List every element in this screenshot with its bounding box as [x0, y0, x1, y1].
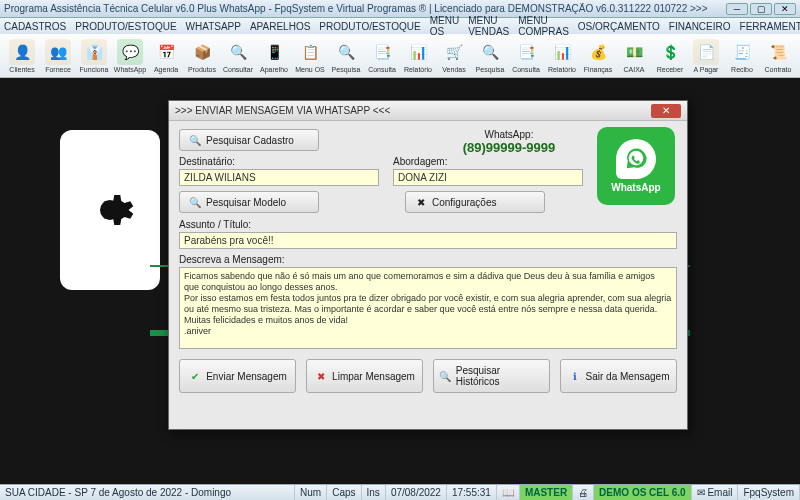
toolbar-icon: 📱	[261, 39, 287, 65]
dialog-close-button[interactable]: ✕	[651, 104, 681, 118]
toolbar-icon: 📦	[189, 39, 215, 65]
status-time: 17:55:31	[447, 485, 497, 500]
menu-produtoestoque2[interactable]: PRODUTO/ESTOQUE	[319, 21, 420, 32]
toolbar-icon: 📊	[405, 39, 431, 65]
toolbar-icon: 🧾	[729, 39, 755, 65]
toolbar-icon: 🛒	[441, 39, 467, 65]
dest-field[interactable]	[179, 169, 379, 186]
menubar: CADASTROS PRODUTO/ESTOQUE WHATSAPP APARE…	[0, 18, 800, 34]
abord-label: Abordagem:	[393, 156, 583, 167]
toolbar-icon: 💵	[621, 39, 647, 65]
menu-menuos[interactable]: MENU OS	[430, 15, 459, 37]
toolbar-icon: 📜	[765, 39, 791, 65]
whatsapp-number: (89)99999-9999	[449, 140, 569, 155]
toolbar-receber[interactable]: 💲Receber	[652, 36, 688, 75]
toolbar: 👤Clientes👥Fornece👔Funciona💬WhatsApp📅Agen…	[0, 34, 800, 78]
status-ins: Ins	[362, 485, 386, 500]
toolbar-consultar[interactable]: 🔍Consultar	[220, 36, 256, 75]
menu-financeiro[interactable]: FINANCEIRO	[669, 21, 731, 32]
toolbar-pesquisa[interactable]: 🔍Pesquisa	[472, 36, 508, 75]
toolbar-relatório[interactable]: 📊Relatório	[544, 36, 580, 75]
status-demo: DEMO OS CEL 6.0	[594, 485, 692, 500]
x-icon: ✖	[314, 369, 328, 383]
status-book-icon: 📖	[497, 485, 520, 500]
toolbar-fornece[interactable]: 👥Fornece	[40, 36, 76, 75]
search-icon: 🔍	[188, 195, 202, 209]
send-button[interactable]: ✔Enviar Mensagem	[179, 359, 296, 393]
toolbar-icon: 💬	[117, 39, 143, 65]
menu-menuvendas[interactable]: MENU VENDAS	[468, 15, 509, 37]
search-modelo-button[interactable]: 🔍 Pesquisar Modelo	[179, 191, 319, 213]
status-num: Num	[295, 485, 327, 500]
toolbar-clientes[interactable]: 👤Clientes	[4, 36, 40, 75]
toolbar-caixa[interactable]: 💵CAIXA	[616, 36, 652, 75]
toolbar-produtos[interactable]: 📦Produtos	[184, 36, 220, 75]
clear-button[interactable]: ✖Limpar Mensagem	[306, 359, 423, 393]
dialog-titlebar: >>> ENVIAR MENSAGEM VIA WHATSAPP <<< ✕	[169, 101, 687, 121]
toolbar-icon: 📑	[513, 39, 539, 65]
status-printer-icon: 🖨	[573, 485, 594, 500]
toolbar-whatsapp[interactable]: 💬WhatsApp	[112, 36, 148, 75]
dest-label: Destinatário:	[179, 156, 379, 167]
status-caps: Caps	[327, 485, 361, 500]
toolbar-consulta[interactable]: 📑Consulta	[364, 36, 400, 75]
toolbar-icon: 📅	[153, 39, 179, 65]
check-icon: ✔	[188, 369, 202, 383]
toolbar-icon: 👔	[81, 39, 107, 65]
search-icon: 🔍	[188, 133, 202, 147]
menu-cadastros[interactable]: CADASTROS	[4, 21, 66, 32]
menu-whatsapp[interactable]: WHATSAPP	[186, 21, 241, 32]
phone-gears-icon	[60, 130, 160, 290]
whatsapp-dialog: >>> ENVIAR MENSAGEM VIA WHATSAPP <<< ✕ W…	[168, 100, 688, 430]
message-textarea[interactable]: Ficamos sabendo que não é só mais um ano…	[179, 267, 677, 349]
status-brand: FpqSystem	[738, 485, 800, 500]
menu-menucompras[interactable]: MENU COMPRAS	[518, 15, 569, 37]
toolbar-vendas[interactable]: 🛒Vendas	[436, 36, 472, 75]
search-icon: 🔍	[438, 369, 452, 383]
minimize-button[interactable]: ─	[726, 3, 748, 15]
toolbar-pesquisa[interactable]: 🔍Pesquisa	[328, 36, 364, 75]
maximize-button[interactable]: ▢	[750, 3, 772, 15]
toolbar-icon: 👤	[9, 39, 35, 65]
status-email[interactable]: ✉ Email	[692, 485, 739, 500]
statusbar: SUA CIDADE - SP 7 de Agosto de 2022 - Do…	[0, 484, 800, 500]
info-icon: ℹ	[568, 369, 582, 383]
toolbar-icon: 💲	[657, 39, 683, 65]
config-button[interactable]: ✖ Configurações	[405, 191, 545, 213]
toolbar-icon: 📊	[549, 39, 575, 65]
abord-field[interactable]	[393, 169, 583, 186]
toolbar-relatório[interactable]: 📊Relatório	[400, 36, 436, 75]
toolbar-icon: 📄	[693, 39, 719, 65]
menu-ferramentas[interactable]: FERRAMENTAS	[740, 21, 800, 32]
close-button[interactable]: ✕	[774, 3, 796, 15]
toolbar-aparelho[interactable]: 📱Aparelho	[256, 36, 292, 75]
toolbar-consulta[interactable]: 📑Consulta	[508, 36, 544, 75]
assunto-label: Assunto / Título:	[179, 219, 677, 230]
toolbar-funciona[interactable]: 👔Funciona	[76, 36, 112, 75]
toolbar-menu os[interactable]: 📋Menu OS	[292, 36, 328, 75]
assunto-field[interactable]	[179, 232, 677, 249]
toolbar-a pagar[interactable]: 📄A Pagar	[688, 36, 724, 75]
toolbar-agenda[interactable]: 📅Agenda	[148, 36, 184, 75]
toolbar-icon: 🔍	[477, 39, 503, 65]
descreva-label: Descreva a Mensagem:	[179, 254, 677, 265]
menu-produtoestoque[interactable]: PRODUTO/ESTOQUE	[75, 21, 176, 32]
history-button[interactable]: 🔍Pesquisar Históricos	[433, 359, 550, 393]
toolbar-contrato[interactable]: 📜Contrato	[760, 36, 796, 75]
toolbar-icon: 📋	[297, 39, 323, 65]
toolbar-icon: 🔍	[333, 39, 359, 65]
toolbar-finanças[interactable]: 💰Finanças	[580, 36, 616, 75]
menu-aparelhos[interactable]: APARELHOS	[250, 21, 310, 32]
toolbar-icon: 💰	[585, 39, 611, 65]
status-master: MASTER	[520, 485, 573, 500]
toolbar-recibo[interactable]: 🧾Recibo	[724, 36, 760, 75]
exit-button[interactable]: ℹSair da Mensagem	[560, 359, 677, 393]
search-cadastro-button[interactable]: 🔍 Pesquisar Cadastro	[179, 129, 319, 151]
toolbar-icon: 👥	[45, 39, 71, 65]
titlebar: Programa Assistência Técnica Celular v6.…	[0, 0, 800, 18]
dialog-title: >>> ENVIAR MENSAGEM VIA WHATSAPP <<<	[175, 105, 651, 116]
status-location: SUA CIDADE - SP 7 de Agosto de 2022 - Do…	[0, 485, 295, 500]
whatsapp-label: WhatsApp:	[449, 129, 569, 140]
menu-osorcamento[interactable]: OS/ORÇAMENTO	[578, 21, 660, 32]
whatsapp-logo: WhatsApp	[597, 127, 675, 205]
